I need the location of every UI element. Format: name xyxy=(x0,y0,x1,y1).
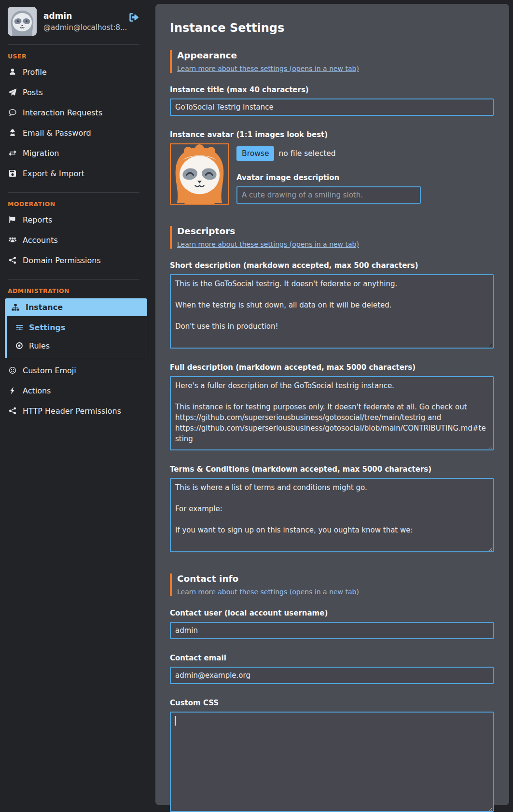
instance-avatar-label: Instance avatar (1:1 images look best) xyxy=(170,130,494,139)
sitemap-icon xyxy=(12,304,19,311)
sidebar-item-label: Reports xyxy=(23,215,52,224)
logout-button[interactable] xyxy=(127,11,140,24)
sidebar-item-http-header-permissions[interactable]: HTTP Header Permissions xyxy=(8,401,147,421)
exchange-arrows-icon xyxy=(9,149,16,157)
learn-more-link[interactable]: Learn more about these settings (opens i… xyxy=(177,65,359,72)
sidebar-item-export-import[interactable]: Export & Import xyxy=(8,163,147,183)
sidebar-item-domain-permissions[interactable]: Domain Permissions xyxy=(8,250,147,270)
user-handle: @admin@localhost:8... xyxy=(43,23,120,32)
section-appearance: Appearance Learn more about these settin… xyxy=(170,50,494,73)
sidebar-item-rules[interactable]: Rules xyxy=(15,336,147,355)
sidebar-item-settings[interactable]: Settings xyxy=(15,318,147,336)
sign-out-icon xyxy=(128,12,139,23)
sidebar-item-label: Domain Permissions xyxy=(23,256,101,265)
instance-group: Instance Settings xyxy=(5,298,147,358)
sidebar-heading-administration: ADMINISTRATION xyxy=(8,287,147,294)
sidebar-heading-user: USER xyxy=(8,53,147,60)
contact-email-field: Contact email xyxy=(170,654,494,684)
divider xyxy=(8,192,139,193)
instance-submenu: Settings Rules xyxy=(5,316,147,358)
sidebar-item-label: Profile xyxy=(23,68,47,77)
browse-button[interactable]: Browse xyxy=(236,146,274,161)
divider xyxy=(8,279,139,280)
sidebar-item-label: Accounts xyxy=(23,236,58,245)
user-secret-icon xyxy=(9,129,16,137)
circle-dot-icon xyxy=(15,342,23,350)
user-avatar xyxy=(8,7,37,36)
sidebar-item-actions[interactable]: Actions xyxy=(8,380,147,401)
contact-user-field: Contact user (local account username) xyxy=(170,609,494,639)
section-heading: Contact info xyxy=(177,574,494,584)
sidebar-item-email-password[interactable]: Email & Password xyxy=(8,123,147,143)
short-description-label: Short description (markdown accepted, ma… xyxy=(170,261,494,270)
sidebar-item-instance[interactable]: Instance xyxy=(5,298,147,316)
instance-avatar-preview xyxy=(170,143,229,205)
user-card[interactable]: admin @admin@localhost:8... xyxy=(8,7,147,36)
instance-title-input[interactable] xyxy=(170,98,494,116)
short-description-field: Short description (markdown accepted, ma… xyxy=(170,261,494,349)
terms-field: Terms & Conditions (markdown accepted, m… xyxy=(170,465,494,552)
section-heading: Descriptors xyxy=(177,226,494,236)
short-description-textarea[interactable]: This is the GoToSocial testrig. It doesn… xyxy=(170,274,494,349)
divider xyxy=(8,44,139,45)
sidebar-item-label: Interaction Requests xyxy=(23,108,102,117)
custom-css-textarea[interactable] xyxy=(170,712,494,812)
contact-email-label: Contact email xyxy=(170,654,494,662)
full-description-field: Full description (markdown accepted, max… xyxy=(170,363,494,450)
sidebar-item-accounts[interactable]: Accounts xyxy=(8,230,147,250)
full-description-textarea[interactable]: Here's a fuller description of the GoToS… xyxy=(170,376,494,450)
avatar-description-label: Avatar image description xyxy=(236,173,421,182)
sloth-avatar-icon xyxy=(171,144,228,204)
floppy-disk-icon xyxy=(9,169,16,177)
sidebar-item-migration[interactable]: Migration xyxy=(8,143,147,163)
bolt-icon xyxy=(9,387,16,394)
smiley-icon xyxy=(9,366,16,374)
flag-icon xyxy=(9,216,16,224)
learn-more-link[interactable]: Learn more about these settings (opens i… xyxy=(177,240,359,248)
sidebar: admin @admin@localhost:8... USER Profile xyxy=(0,0,147,812)
user-display-name: admin xyxy=(43,11,120,21)
sloth-avatar-gray-icon xyxy=(8,7,37,36)
sidebar-item-interaction-requests[interactable]: Interaction Requests xyxy=(8,102,147,123)
avatar-description-input[interactable] xyxy=(236,186,421,204)
terms-label: Terms & Conditions (markdown accepted, m… xyxy=(170,465,494,474)
share-nodes-icon xyxy=(9,256,16,264)
sidebar-item-label: Email & Password xyxy=(23,128,91,138)
instance-title-field: Instance title (max 40 characters) xyxy=(170,85,494,116)
sidebar-item-label: Custom Emoji xyxy=(23,366,76,375)
sliders-icon xyxy=(15,323,23,331)
app-root: admin @admin@localhost:8... USER Profile xyxy=(0,0,513,812)
sidebar-item-custom-emoji[interactable]: Custom Emoji xyxy=(8,360,147,380)
instance-title-label: Instance title (max 40 characters) xyxy=(170,85,494,94)
sidebar-item-label: HTTP Header Permissions xyxy=(23,406,121,416)
learn-more-link[interactable]: Learn more about these settings (opens i… xyxy=(177,588,359,596)
sidebar-item-label: Posts xyxy=(23,88,43,97)
main-panel: Instance Settings Appearance Learn more … xyxy=(155,4,509,805)
sidebar-item-label: Rules xyxy=(29,341,50,350)
full-description-label: Full description (markdown accepted, max… xyxy=(170,363,494,372)
sidebar-item-posts[interactable]: Posts xyxy=(8,82,147,102)
share-nodes-icon xyxy=(9,407,16,415)
instance-avatar-field: Instance avatar (1:1 images look best) xyxy=(170,130,494,205)
paper-plane-icon xyxy=(9,88,16,96)
user-meta: admin @admin@localhost:8... xyxy=(43,11,120,32)
user-icon xyxy=(9,68,16,76)
contact-email-input[interactable] xyxy=(170,667,494,684)
terms-textarea[interactable]: This is where a list of terms and condit… xyxy=(170,478,494,552)
sidebar-item-label: Migration xyxy=(23,149,59,158)
custom-css-field: Custom CSS xyxy=(170,699,494,812)
sidebar-item-profile[interactable]: Profile xyxy=(8,62,147,82)
sidebar-item-label: Actions xyxy=(23,386,51,395)
section-descriptors: Descriptors Learn more about these setti… xyxy=(170,226,494,249)
sidebar-item-label: Export & Import xyxy=(23,169,84,178)
comment-dots-icon xyxy=(9,109,16,116)
section-heading: Appearance xyxy=(177,50,494,60)
sidebar-item-label: Settings xyxy=(29,323,66,332)
sidebar-item-label: Instance xyxy=(26,303,63,312)
sidebar-heading-moderation: MODERATION xyxy=(8,200,147,208)
text-cursor xyxy=(175,716,176,726)
contact-user-label: Contact user (local account username) xyxy=(170,609,494,617)
custom-css-label: Custom CSS xyxy=(170,699,494,707)
sidebar-item-reports[interactable]: Reports xyxy=(8,210,147,230)
contact-user-input[interactable] xyxy=(170,622,494,639)
